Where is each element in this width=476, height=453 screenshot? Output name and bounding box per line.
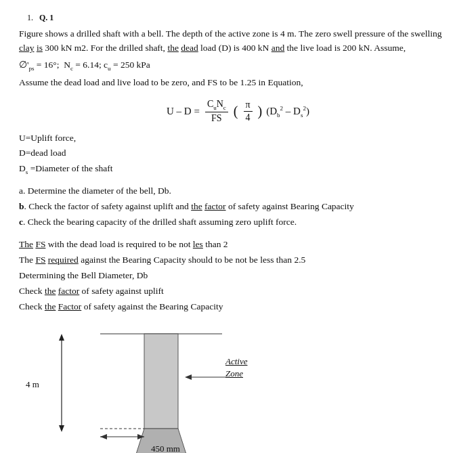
question-number: 1. Q. 1 xyxy=(19,13,53,22)
svg-rect-4 xyxy=(144,334,178,429)
legend-line2: D=dead load xyxy=(19,146,457,160)
active-zone-arrow xyxy=(185,370,229,384)
notes-block: The FS with the dead load is required to… xyxy=(19,237,457,315)
legend-line3: Ds =Diameter of the shaft xyxy=(19,161,457,177)
formula-fraction: CuNc FS xyxy=(205,99,228,124)
note-2: The FS required against the Bearing Capa… xyxy=(19,253,457,268)
legend-line1: U=Uplift force, xyxy=(19,131,457,146)
depth-arrow xyxy=(54,334,69,432)
note-4: Check the factor of safety against uplif… xyxy=(19,284,457,299)
part-b: b. Check the factor of safety against up… xyxy=(19,199,457,215)
formula-numerator: CuNc xyxy=(205,99,228,112)
formula-paren: ( xyxy=(234,104,238,119)
depth-label: 4 m xyxy=(26,379,39,390)
note-1: The FS with the dead load is required to… xyxy=(19,237,457,253)
formula-lhs: U – D = xyxy=(167,106,200,117)
mm-line xyxy=(104,450,198,453)
formula-rhs: (Db2 – Ds2) xyxy=(266,105,309,118)
legend-block: U=Uplift force, D=dead load Ds =Diameter… xyxy=(19,131,457,177)
params-line: ∅'ps = 16°; Nc = 6.14; cu = 250 kPa xyxy=(19,58,457,73)
formula-denominator: FS xyxy=(209,112,224,124)
part-a: a. Determine the diameter of the bell, D… xyxy=(19,184,457,199)
svg-marker-12 xyxy=(185,374,192,380)
formula-pi-fraction: π 4 xyxy=(244,100,253,123)
diagram-area: 4 m Active Zone 450 mm xyxy=(19,322,457,453)
assume-line: Assume the dead load and live load to be… xyxy=(19,76,457,89)
svg-marker-1 xyxy=(59,334,64,341)
intro-text: Figure shows a drilled shaft with a bell… xyxy=(19,27,457,56)
shaft-diagram xyxy=(100,322,222,453)
parts-block: a. Determine the diameter of the bell, D… xyxy=(19,184,457,230)
svg-marker-10 xyxy=(100,434,107,439)
note-5: Check the Factor of safety against the B… xyxy=(19,299,457,315)
formula-paren-close: ) xyxy=(258,104,263,119)
formula-block: U – D = CuNc FS ( π 4 ) (Db2 – Ds2) xyxy=(19,99,457,124)
svg-marker-2 xyxy=(59,425,64,432)
part-c: c. Check the bearing capacity of the dri… xyxy=(19,215,457,230)
note-3: Determining the Bell Diameter, Db xyxy=(19,268,457,284)
question-header: 1. Q. 1 xyxy=(19,12,457,23)
